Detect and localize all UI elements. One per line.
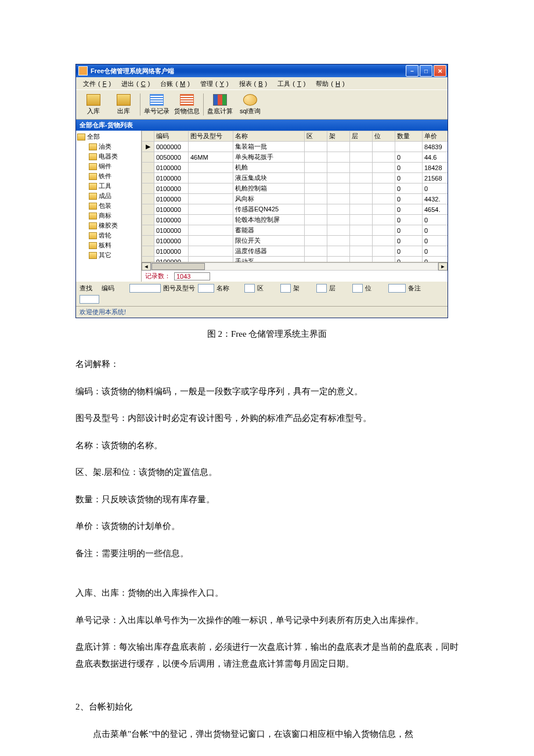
col-pos[interactable]: 位 [373, 131, 395, 142]
maximize-button[interactable]: □ [420, 65, 432, 77]
col-fig[interactable]: 图号及型号 [189, 131, 233, 142]
tree-node[interactable]: 铜件 [77, 161, 140, 171]
table-row[interactable]: 005000046MM单头梅花扳手044.6湘潭 [142, 152, 448, 163]
menu-help[interactable]: 帮助(H) [311, 78, 347, 89]
scroll-thumb[interactable] [151, 263, 205, 270]
cell: 0 [423, 225, 448, 236]
folder-icon [89, 153, 97, 160]
cell [305, 225, 327, 236]
cell [305, 246, 327, 257]
folder-icon [89, 252, 97, 259]
cell: 单头梅花扳手 [233, 152, 305, 163]
cell: 0100000 [154, 246, 189, 257]
cell [373, 246, 395, 257]
close-button[interactable]: ✕ [434, 65, 446, 77]
search-zone-input[interactable] [280, 284, 291, 293]
scroll-right-icon[interactable]: ► [438, 262, 448, 271]
tb-info[interactable]: 货物信息 [172, 92, 202, 117]
cell [350, 236, 373, 246]
scroll-track[interactable] [151, 262, 438, 271]
cell [142, 204, 154, 215]
folder-icon [89, 143, 97, 150]
menu-manage[interactable]: 管理(Y) [196, 78, 231, 89]
tree-node[interactable]: 电器类 [77, 152, 140, 161]
menu-tools[interactable]: 工具(T) [273, 78, 308, 89]
cell: 0 [395, 183, 423, 194]
cell [189, 215, 233, 225]
tree-node[interactable]: 橡胶类 [77, 221, 140, 231]
cell: 0 [423, 236, 448, 246]
tree-node[interactable]: 油类 [77, 142, 140, 152]
cell: 风向标 [233, 194, 305, 204]
table-row[interactable]: 0100000传感器EQN42504654.欧洲 [142, 204, 448, 215]
table-row[interactable]: 0100000液压集成块021568欧洲 [142, 173, 448, 183]
cell [189, 183, 233, 194]
titlebar[interactable]: Free仓储管理系统网络客户端 – □ ✕ [76, 64, 448, 77]
minimize-button[interactable]: – [406, 65, 418, 77]
tree-node[interactable]: 成品 [77, 191, 140, 201]
cell: 0 [395, 246, 423, 257]
table-row[interactable]: 0100000机舱控制箱00欧洲 [142, 183, 448, 194]
cell [327, 142, 350, 152]
col-code[interactable]: 编码 [154, 131, 189, 142]
search-pos-input[interactable] [388, 284, 406, 293]
table-row[interactable]: 0100000手动泵00欧洲 [142, 257, 448, 262]
tree-node[interactable]: 其它 [77, 250, 140, 260]
tree-node[interactable]: 工具 [77, 181, 140, 191]
cell [142, 173, 154, 183]
cell [350, 246, 373, 257]
cell: 0 [395, 225, 423, 236]
tb-calc[interactable]: 盘底计算 [205, 92, 235, 117]
cell [327, 246, 350, 257]
scroll-left-icon[interactable]: ◄ [142, 262, 151, 271]
search-layer-input[interactable] [352, 284, 363, 293]
menu-report[interactable]: 报表(B) [234, 78, 270, 89]
search-shelf-input[interactable] [316, 284, 327, 293]
category-tree[interactable]: 全部 油类电器类铜件铁件工具成品包装商标橡胶类齿轮板料其它 [76, 131, 142, 282]
col-price[interactable]: 单价 [423, 131, 448, 142]
cell [142, 257, 154, 262]
table-row[interactable]: 0100000蓄能器00欧洲 [142, 225, 448, 236]
table-row[interactable]: ▶0000000集装箱一批84839欧洲 [142, 142, 448, 152]
cell: 温度传感器 [233, 246, 305, 257]
tb-in[interactable]: 入库 [78, 92, 109, 117]
col-shelf[interactable]: 架 [327, 131, 350, 142]
para-io: 入库、出库：货物的出入库操作入口。 [75, 585, 459, 602]
menu-ledger[interactable]: 台账(M) [156, 78, 192, 89]
tree-node[interactable]: 齿轮 [77, 231, 140, 240]
tree-node[interactable]: 铁件 [77, 171, 140, 181]
search-code-input[interactable] [129, 284, 161, 293]
tb-log[interactable]: 单号记录 [142, 92, 172, 117]
menu-file[interactable]: 文件(F) [78, 78, 113, 89]
tree-node[interactable]: 包装 [77, 201, 140, 211]
search-name-input[interactable] [244, 284, 255, 293]
tree-node[interactable]: 商标 [77, 211, 140, 221]
h-scrollbar[interactable]: ◄ ► [142, 262, 448, 271]
goods-table[interactable]: 编码 图号及型号 名称 区 架 层 位 数量 单价 备注 ▶0000000集装箱… [142, 131, 448, 262]
col-zone[interactable]: 区 [305, 131, 327, 142]
tb-out[interactable]: 出库 [109, 92, 139, 117]
cell [189, 236, 233, 246]
search-note-input[interactable] [80, 295, 99, 304]
search-fig-input[interactable] [198, 284, 214, 293]
list-title: 全部仓库-货物列表 [76, 120, 448, 131]
cell [142, 183, 154, 194]
tree-root[interactable]: 全部 [77, 132, 140, 142]
table-row[interactable]: 0100000风向标04432.欧洲 [142, 194, 448, 204]
code-label: 编码 [102, 284, 127, 293]
col-layer[interactable]: 层 [350, 131, 373, 142]
cell: 46MM [189, 152, 233, 163]
cell [305, 183, 327, 194]
table-row[interactable]: 0100000机舱018428欧洲 [142, 163, 448, 173]
table-row[interactable]: 0100000轮毂本地控制屏00欧洲 [142, 215, 448, 225]
para-log: 单号记录：入出库以单号作为一次操作的唯一标识，单号记录中列表所有历史入出库操作。 [75, 612, 459, 629]
cell: 传感器EQN425 [233, 204, 305, 215]
table-row[interactable]: 0100000温度传感器00欧洲 [142, 246, 448, 257]
col-qty[interactable]: 数量 [395, 131, 423, 142]
tree-node[interactable]: 板料 [77, 240, 140, 250]
menu-inout[interactable]: 进出(C) [117, 78, 152, 89]
list-icon [150, 94, 164, 106]
tb-sql[interactable]: sql查询 [235, 92, 265, 117]
col-name[interactable]: 名称 [233, 131, 305, 142]
table-row[interactable]: 0100000限位开关00欧洲 [142, 236, 448, 246]
